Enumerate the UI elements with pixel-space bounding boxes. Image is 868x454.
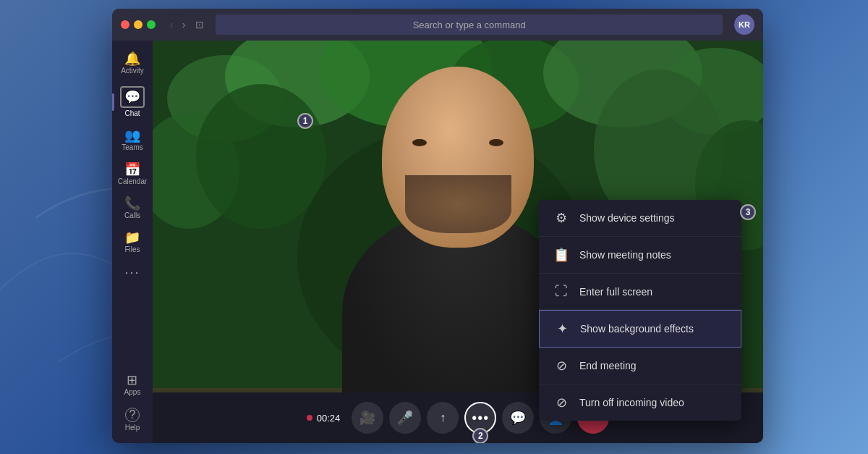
sidebar-item-teams[interactable]: 👥 Teams [112, 123, 153, 157]
menu-label-turn-off-video: Turn off incoming video [579, 397, 684, 408]
person-right-eye [489, 139, 503, 146]
person-beard [405, 175, 511, 233]
help-icon: ? [125, 408, 140, 422]
sidebar-item-chat[interactable]: 💬 Chat [112, 80, 153, 123]
sidebar-label-teams: Teams [122, 143, 142, 151]
menu-item-device-settings[interactable]: ⚙ Show device settings [539, 200, 741, 237]
timer-display: 00:24 [317, 413, 341, 424]
sidebar-label-calendar: Calendar [118, 177, 148, 185]
gear-icon: ⚙ [553, 210, 569, 226]
annotation-1: 1 [297, 113, 313, 129]
sidebar-label-chat: Chat [124, 109, 140, 117]
calls-icon: 📞 [124, 197, 140, 210]
end-icon: ⊘ [553, 358, 569, 374]
menu-label-meeting-notes: Show meeting notes [579, 249, 671, 261]
sidebar-item-activity[interactable]: 🔔 Activity [112, 46, 153, 80]
sidebar-label-files: Files [124, 245, 140, 253]
annotation-3: 3 [740, 204, 756, 220]
chat-active-box: 💬 [120, 86, 145, 108]
video-area: 1 ⚙ Show device settings 📋 Show meeting … [153, 41, 763, 443]
content-area: 🔔 Activity 💬 Chat 👥 Teams 📅 Calendar 📞 C… [112, 41, 763, 443]
back-arrow[interactable]: ‹ [167, 17, 176, 32]
sidebar-label-help: Help [125, 424, 140, 432]
sidebar-item-help[interactable]: ? Help [124, 402, 141, 437]
close-button[interactable] [121, 20, 129, 29]
apps-icon: ⊞ [127, 374, 137, 387]
menu-item-meeting-notes[interactable]: 📋 Show meeting notes [539, 237, 741, 274]
calendar-icon: 📅 [124, 163, 140, 176]
window-icon: ⊡ [195, 19, 204, 30]
sidebar: 🔔 Activity 💬 Chat 👥 Teams 📅 Calendar 📞 C… [112, 41, 153, 443]
mic-icon: 🎤 [397, 410, 413, 426]
camera-button[interactable]: 🎥 [352, 402, 383, 434]
person-left-eye [412, 139, 427, 146]
record-indicator [307, 415, 312, 421]
traffic-lights [121, 20, 156, 29]
sidebar-label-apps: Apps [124, 388, 141, 396]
chat-control-button[interactable]: 💬 [502, 402, 534, 434]
maximize-button[interactable] [147, 20, 156, 29]
menu-item-end-meeting[interactable]: ⊘ End meeting [539, 348, 741, 384]
menu-label-end-meeting: End meeting [579, 360, 637, 371]
person-head [382, 67, 534, 248]
sidebar-item-apps[interactable]: ⊞ Apps [124, 368, 141, 402]
notes-icon: 📋 [553, 247, 569, 263]
timer-area: 00:24 [307, 413, 341, 424]
menu-item-background-effects[interactable]: ✦ Show background effects [539, 310, 741, 348]
teams-icon: 👥 [124, 129, 140, 142]
sidebar-item-more[interactable]: ··· [112, 259, 153, 286]
share-button[interactable]: ↑ [427, 402, 459, 434]
context-menu: ⚙ Show device settings 📋 Show meeting no… [539, 200, 741, 421]
sidebar-label-activity: Activity [121, 67, 144, 75]
search-placeholder: Search or type a command [413, 20, 526, 30]
sidebar-item-calendar[interactable]: 📅 Calendar [112, 157, 153, 191]
sidebar-item-files[interactable]: 📁 Files [112, 225, 153, 259]
menu-label-device-settings: Show device settings [579, 212, 675, 224]
sidebar-label-calls: Calls [124, 211, 140, 219]
effects-icon: ✦ [554, 321, 570, 337]
share-icon: ↑ [440, 411, 446, 424]
chat-ctrl-icon: 💬 [510, 410, 526, 426]
forward-arrow[interactable]: › [179, 17, 189, 32]
fullscreen-icon: ⛶ [553, 284, 569, 299]
main-window: ‹ › ⊡ Search or type a command KR 🔔 Acti… [112, 9, 763, 443]
menu-item-turn-off-video[interactable]: ⊘ Turn off incoming video [539, 384, 741, 421]
nav-arrows: ‹ › [167, 17, 188, 32]
video-off-icon: ⊘ [553, 395, 569, 411]
annotation-2: 2 [472, 428, 488, 443]
more-icon: ··· [124, 265, 140, 280]
menu-label-fullscreen: Enter full screen [579, 286, 652, 298]
menu-label-background-effects: Show background effects [580, 323, 694, 335]
menu-item-fullscreen[interactable]: ⛶ Enter full screen [539, 274, 741, 310]
minimize-button[interactable] [134, 20, 142, 29]
sidebar-bottom: ⊞ Apps ? Help [124, 368, 141, 443]
user-avatar[interactable]: KR [734, 14, 754, 35]
search-bar[interactable]: Search or type a command [216, 14, 723, 35]
more-icon: ••• [472, 410, 489, 426]
more-options-wrapper: ••• 2 [464, 402, 496, 434]
mic-button[interactable]: 🎤 [389, 402, 421, 434]
chat-icon: 💬 [124, 90, 140, 104]
title-bar: ‹ › ⊡ Search or type a command KR [112, 9, 763, 41]
activity-icon: 🔔 [124, 52, 140, 65]
files-icon: 📁 [124, 231, 140, 244]
camera-icon: 🎥 [359, 410, 375, 426]
sidebar-item-calls[interactable]: 📞 Calls [112, 191, 153, 225]
